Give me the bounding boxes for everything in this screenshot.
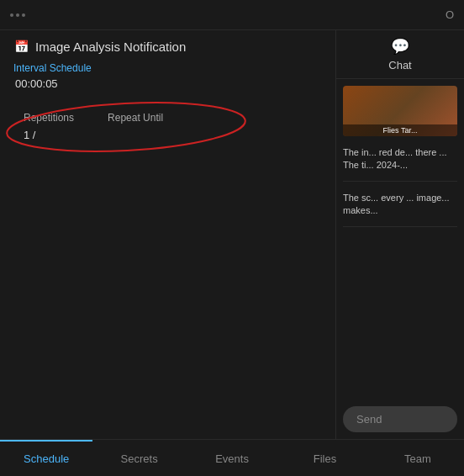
chat-message-1: The in... red de... there ... The ti... … <box>343 146 457 182</box>
chat-thumbnail: Flies Tar... <box>343 86 457 136</box>
thumbnail-label: Flies Tar... <box>343 124 457 136</box>
repeat-until-group: Repeat Until <box>108 112 163 141</box>
nav-item-schedule[interactable]: Schedule <box>0 440 92 476</box>
nav-item-secrets[interactable]: Secrets <box>92 440 185 476</box>
chat-header: 💬 Chat <box>336 30 464 79</box>
top-bar: O <box>0 0 464 30</box>
panel-title: Image Analysis Notification <box>35 40 186 54</box>
time-value: 00:00:05 <box>13 77 322 90</box>
right-panel: 💬 Chat Flies Tar... The in... red de... … <box>336 30 464 439</box>
nav-item-events[interactable]: Events <box>186 440 278 476</box>
chat-body[interactable]: Flies Tar... The in... red de... there .… <box>336 79 464 399</box>
bottom-nav: ScheduleSecretsEventsFilesTeam <box>0 439 464 476</box>
left-panel: 📅 Image Analysis Notification Interval S… <box>0 30 336 439</box>
repetitions-group: Repetitions 1 / <box>24 112 74 141</box>
calendar-icon: 📅 <box>13 39 29 54</box>
nav-item-team[interactable]: Team <box>372 440 464 476</box>
nav-item-files[interactable]: Files <box>278 440 371 476</box>
send-button[interactable]: Send <box>343 406 457 432</box>
repetitions-value: 1 / <box>24 129 74 141</box>
top-bar-right-label: O <box>446 8 454 21</box>
repeat-until-label: Repeat Until <box>108 112 163 124</box>
annotation-container: Repetitions 1 / Repeat Until <box>13 103 322 150</box>
panel-header: 📅 Image Analysis Notification <box>13 39 322 54</box>
main-content: 📅 Image Analysis Notification Interval S… <box>0 30 464 439</box>
chat-icon: 💬 <box>391 37 409 56</box>
interval-schedule-label: Interval Schedule <box>13 62 322 74</box>
chat-message-2: The sc... every ... image... makes... <box>343 192 457 227</box>
menu-dots[interactable] <box>10 13 25 17</box>
fields-row: Repetitions 1 / Repeat Until <box>13 103 322 150</box>
chat-label: Chat <box>388 59 411 71</box>
repetitions-label: Repetitions <box>24 112 74 124</box>
